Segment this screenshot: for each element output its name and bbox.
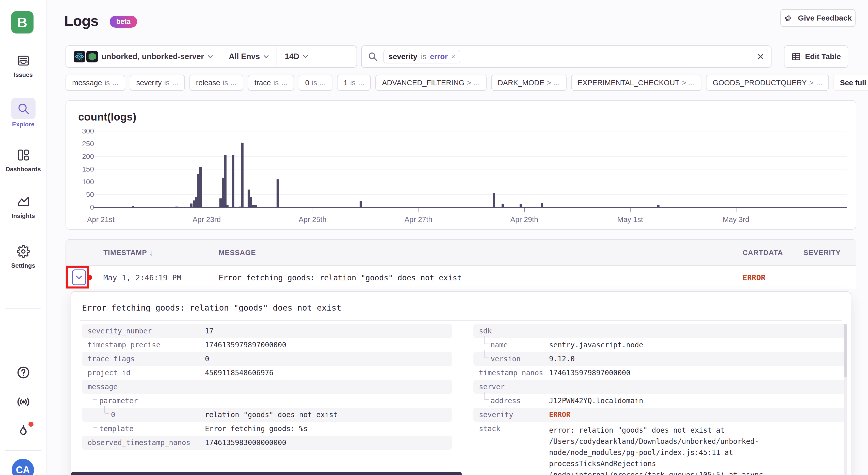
chip-value: ... [689, 79, 695, 87]
attribute-row-sdk[interactable]: sdk [473, 324, 846, 338]
y-axis-label: 300 [66, 127, 94, 135]
chip-operator: is [312, 79, 317, 87]
row-message: Error fetching goods: relation "goods" d… [219, 266, 462, 289]
x-axis-tick-label: May 3rd [723, 215, 749, 224]
edit-table-button[interactable]: Edit Table [784, 45, 848, 68]
tree-connector [484, 350, 489, 358]
sidebar-item-label: Settings [0, 262, 46, 269]
attribute-key: address [491, 394, 521, 408]
quick-filter-chip-release[interactable]: releaseis... [189, 75, 243, 91]
sidebar-item-label: Explore [0, 121, 46, 128]
detail-scrollbar-thumb[interactable] [844, 324, 847, 377]
help-icon [16, 365, 30, 380]
column-header-timestamp[interactable]: TIMESTAMP ↓ [103, 240, 154, 266]
chart-bar [224, 155, 226, 207]
chip-name: release [196, 79, 220, 87]
sidebar-item-issues[interactable]: Issues [0, 52, 46, 78]
quick-filter-chip-advanced_filtering[interactable]: ADVANCED_FILTERING>... [375, 75, 487, 91]
quick-filter-chip-experimental_checkout[interactable]: EXPERIMENTAL_CHECKOUT>... [571, 75, 702, 91]
y-axis-label: 50 [66, 191, 94, 199]
avatar[interactable]: CA [12, 459, 34, 475]
attribute-row-template[interactable]: templateError fetching goods: %s [82, 422, 452, 436]
tree-connector [104, 406, 109, 414]
sidebar-item-dashboards[interactable]: Dashboards [0, 146, 46, 173]
chart-gridline [94, 169, 847, 169]
attribute-row-name[interactable]: namesentry.javascript.node [473, 338, 846, 352]
detail-attributes-left: severity_number17timestamp_precise174613… [82, 324, 452, 450]
environment-selector[interactable]: All Envs [221, 46, 277, 67]
attribute-row-stack[interactable]: stackerror: relation "goods" does not ex… [473, 422, 846, 475]
attribute-key: trace_flags [88, 352, 134, 366]
sidebar-item-explore[interactable]: Explore [0, 98, 46, 128]
date-range-label: 14D [285, 52, 299, 61]
whats-new-icon [16, 424, 30, 438]
page-title: Logs [64, 12, 98, 29]
chart-bar [360, 201, 362, 207]
attribute-row-timestamp_precise[interactable]: timestamp_precise1746135979897000000 [82, 338, 452, 352]
attribute-row-observed_timestamp_nanos[interactable]: observed_timestamp_nanos1746135983000000… [82, 436, 452, 450]
attribute-key: name [491, 338, 508, 352]
x-axis-tick-label: May 1st [617, 215, 643, 224]
detail-attributes-right: sdknamesentry.javascript.nodeversion9.12… [473, 324, 846, 475]
attribute-row-address[interactable]: addressJ12PWN42YQ.localdomain [473, 394, 846, 408]
give-feedback-button[interactable]: Give Feedback [780, 9, 856, 27]
beta-badge: beta [110, 16, 137, 28]
sidebar-item-insights[interactable]: Insights [0, 193, 46, 219]
quick-filter-chip-dark_mode[interactable]: DARK_MODE>... [491, 75, 566, 91]
attribute-row-0[interactable]: 0relation "goods" does not exist [82, 408, 452, 422]
org-logo[interactable]: B [11, 11, 33, 33]
sidebar-broadcast-button[interactable] [0, 395, 46, 409]
attribute-key: template [99, 422, 133, 436]
attribute-key: severity_number [88, 324, 152, 338]
sidebar-item-label: Insights [0, 212, 46, 219]
page-filter-bar: unborked, unborked-server All Envs 14D [65, 45, 357, 68]
attribute-row-severity[interactable]: severityERROR [473, 408, 846, 422]
attribute-value: error: relation "goods" does not exist a… [549, 422, 828, 475]
y-axis-label: 250 [66, 140, 94, 148]
attribute-row-project_id[interactable]: project_id4509118548606976 [82, 366, 452, 380]
column-header-cartdata[interactable]: CARTDATA [743, 240, 783, 266]
column-header-message[interactable]: MESSAGE [219, 240, 256, 266]
quick-filter-chip-message[interactable]: messageis... [65, 75, 125, 91]
attribute-row-severity_number[interactable]: severity_number17 [82, 324, 452, 338]
chart-bar [226, 205, 228, 207]
attribute-row-message[interactable]: message [82, 380, 452, 394]
quick-filter-chip-severity[interactable]: severityis... [130, 75, 185, 91]
attribute-row-server[interactable]: server [473, 380, 846, 394]
sidebar-item-settings[interactable]: Settings [0, 242, 46, 269]
search-input[interactable]: severity is error × [361, 45, 772, 68]
attribute-row-trace_flags[interactable]: trace_flags0 [82, 352, 452, 366]
date-range-selector[interactable]: 14D [277, 46, 316, 67]
column-header-severity[interactable]: SEVERITY [804, 240, 841, 266]
attribute-row-version[interactable]: version9.12.0 [473, 352, 846, 366]
explore-icon [11, 98, 36, 119]
quick-filter-chip-1[interactable]: 1is... [337, 75, 371, 91]
row-severity-value: ERROR [743, 266, 766, 289]
see-full-list-button[interactable]: See full list [834, 75, 868, 91]
attribute-row-parameter[interactable]: parameter [82, 394, 452, 408]
search-filter-token[interactable]: severity is error × [383, 50, 460, 63]
token-op: is [421, 52, 426, 61]
attribute-row-timestamp_nanos[interactable]: timestamp_nanos1746135979897000000 [473, 366, 846, 380]
project-selector[interactable]: unborked, unborked-server [66, 46, 221, 67]
chip-operator: is [105, 79, 110, 87]
log-table-row[interactable]: May 1, 2:46:19 PM Error fetching goods: … [66, 266, 856, 289]
chart-bar [132, 206, 134, 207]
token-value: error [430, 52, 448, 61]
y-axis-label: 0 [66, 203, 94, 211]
chip-value: ... [172, 79, 178, 87]
annotation-dot [87, 275, 92, 280]
chip-name: GOODS_PRODUCTQUERY [713, 79, 807, 87]
quick-filter-chip-goods_productquery[interactable]: GOODS_PRODUCTQUERY>... [706, 75, 829, 91]
tree-connector [484, 392, 489, 400]
clear-search-icon[interactable] [756, 52, 765, 61]
chip-name: DARK_MODE [498, 79, 545, 87]
sidebar-whats-new-button[interactable] [0, 424, 46, 438]
token-remove-icon[interactable]: × [451, 53, 455, 61]
chip-value: ... [474, 79, 480, 87]
quick-filter-chip-0[interactable]: 0is... [299, 75, 333, 91]
sidebar-help-button[interactable] [0, 365, 46, 380]
x-axis-tick-label: Apr 27th [405, 215, 432, 224]
chip-value: ... [230, 79, 237, 87]
quick-filter-chip-trace[interactable]: traceis... [248, 75, 294, 91]
